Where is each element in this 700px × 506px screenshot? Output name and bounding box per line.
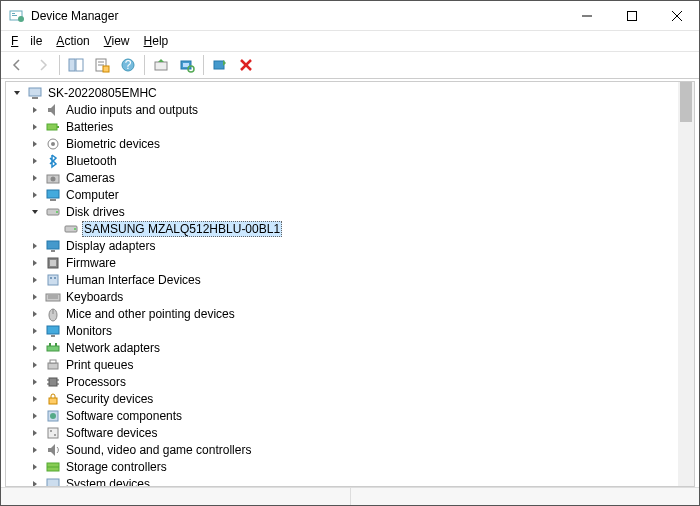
tree-category[interactable]: Keyboards: [6, 288, 694, 305]
scroll-thumb[interactable]: [680, 82, 692, 122]
collapse-icon[interactable]: [10, 86, 24, 100]
expand-icon[interactable]: [28, 426, 42, 440]
monitor-icon: [45, 323, 61, 339]
expand-icon[interactable]: [28, 307, 42, 321]
svg-rect-56: [49, 378, 57, 386]
svg-point-28: [51, 142, 55, 146]
tree-category[interactable]: Human Interface Devices: [6, 271, 694, 288]
tree-category[interactable]: Biometric devices: [6, 135, 694, 152]
tree-category[interactable]: Sound, video and game controllers: [6, 441, 694, 458]
expand-icon[interactable]: [28, 358, 42, 372]
expand-icon[interactable]: [28, 137, 42, 151]
tree-category[interactable]: Disk drives: [6, 203, 694, 220]
expand-icon[interactable]: [28, 103, 42, 117]
expand-icon[interactable]: [28, 239, 42, 253]
audio-icon: [45, 102, 61, 118]
scan-hardware-button[interactable]: [175, 53, 199, 77]
svg-rect-51: [47, 346, 59, 351]
svg-rect-1: [12, 13, 15, 14]
svg-point-66: [54, 434, 56, 436]
expand-icon[interactable]: [28, 477, 42, 487]
tree-device[interactable]: SAMSUNG MZALQ512HBLU-00BL1: [6, 220, 694, 237]
firmware-icon: [45, 255, 61, 271]
tree-category[interactable]: Cameras: [6, 169, 694, 186]
tree-root[interactable]: SK-20220805EMHC: [6, 84, 694, 101]
tree-category[interactable]: Network adapters: [6, 339, 694, 356]
tree-item-label: Monitors: [64, 324, 114, 338]
back-button[interactable]: [5, 53, 29, 77]
svg-rect-18: [183, 63, 189, 67]
svg-point-36: [74, 228, 76, 230]
menu-view[interactable]: View: [98, 32, 136, 50]
tree-category[interactable]: Display adapters: [6, 237, 694, 254]
tree-category[interactable]: Bluetooth: [6, 152, 694, 169]
expand-icon[interactable]: [28, 375, 42, 389]
expand-icon[interactable]: [28, 290, 42, 304]
printer-icon: [45, 357, 61, 373]
maximize-button[interactable]: [609, 1, 654, 30]
tree-category[interactable]: Security devices: [6, 390, 694, 407]
expand-icon[interactable]: [28, 341, 42, 355]
network-icon: [45, 340, 61, 356]
expand-icon[interactable]: [28, 392, 42, 406]
menu-action[interactable]: Action: [50, 32, 95, 50]
svg-rect-2: [12, 15, 17, 16]
svg-point-34: [56, 211, 58, 213]
forward-button[interactable]: [31, 53, 55, 77]
menu-help[interactable]: Help: [138, 32, 175, 50]
enable-device-button[interactable]: [208, 53, 232, 77]
expand-icon[interactable]: [28, 409, 42, 423]
security-icon: [45, 391, 61, 407]
tree-item-label: Firmware: [64, 256, 118, 270]
uninstall-device-button[interactable]: [234, 53, 258, 77]
collapse-icon[interactable]: [28, 205, 42, 219]
expand-icon[interactable]: [28, 188, 42, 202]
minimize-button[interactable]: [564, 1, 609, 30]
biometric-icon: [45, 136, 61, 152]
tree-category[interactable]: Mice and other pointing devices: [6, 305, 694, 322]
system-icon: [45, 476, 61, 487]
tree-category[interactable]: Software devices: [6, 424, 694, 441]
tree-item-label: Display adapters: [64, 239, 157, 253]
tree-category[interactable]: Firmware: [6, 254, 694, 271]
help-button[interactable]: ?: [116, 53, 140, 77]
tree-category[interactable]: Computer: [6, 186, 694, 203]
tree-category[interactable]: System devices: [6, 475, 694, 486]
swdev-icon: [45, 425, 61, 441]
tree-item-label: Storage controllers: [64, 460, 169, 474]
menu-file[interactable]: File: [5, 32, 48, 50]
svg-point-30: [51, 176, 56, 181]
tree-item-label: Audio inputs and outputs: [64, 103, 200, 117]
tree-category[interactable]: Print queues: [6, 356, 694, 373]
tree-category[interactable]: Monitors: [6, 322, 694, 339]
tree-item-label: Human Interface Devices: [64, 273, 203, 287]
tree-item-label: Software components: [64, 409, 184, 423]
vertical-scrollbar[interactable]: [678, 82, 694, 486]
tree-category[interactable]: Processors: [6, 373, 694, 390]
tree-item-label: Software devices: [64, 426, 159, 440]
expand-icon[interactable]: [28, 460, 42, 474]
tree-category[interactable]: Software components: [6, 407, 694, 424]
device-tree[interactable]: SK-20220805EMHCAudio inputs and outputsB…: [6, 82, 694, 486]
properties-button[interactable]: [90, 53, 114, 77]
show-hide-tree-button[interactable]: [64, 53, 88, 77]
tree-item-label: System devices: [64, 477, 152, 487]
display-icon: [45, 238, 61, 254]
sound-icon: [45, 442, 61, 458]
expand-icon[interactable]: [28, 120, 42, 134]
svg-rect-24: [32, 97, 38, 99]
tree-category[interactable]: Storage controllers: [6, 458, 694, 475]
tree-category[interactable]: Batteries: [6, 118, 694, 135]
expand-icon[interactable]: [28, 443, 42, 457]
expand-icon[interactable]: [28, 273, 42, 287]
expand-icon[interactable]: [28, 324, 42, 338]
mouse-icon: [45, 306, 61, 322]
expand-icon[interactable]: [28, 256, 42, 270]
expand-icon[interactable]: [28, 154, 42, 168]
svg-rect-61: [49, 398, 57, 404]
close-button[interactable]: [654, 1, 699, 30]
svg-rect-41: [48, 275, 58, 285]
update-driver-button[interactable]: [149, 53, 173, 77]
tree-category[interactable]: Audio inputs and outputs: [6, 101, 694, 118]
expand-icon[interactable]: [28, 171, 42, 185]
